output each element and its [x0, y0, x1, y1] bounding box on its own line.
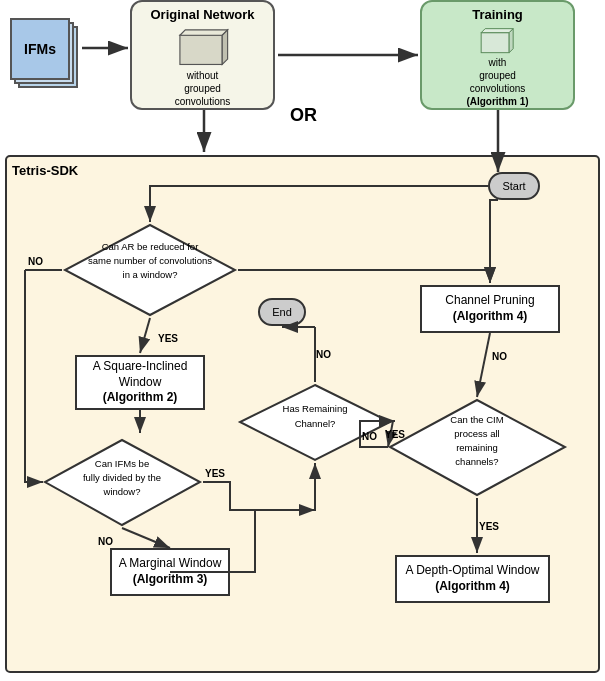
- svg-text:same number of convolutions: same number of convolutions: [88, 255, 212, 266]
- ifms-label: IFMs: [10, 18, 70, 80]
- training-title: Training: [472, 7, 523, 22]
- marginal-window-box: A Marginal Window(Algorithm 3): [110, 548, 230, 596]
- svg-text:Can AR be reduced for: Can AR be reduced for: [102, 241, 199, 252]
- diamond-ar-reduced: Can AR be reduced for same number of con…: [60, 220, 240, 320]
- training-box: Training withgroupedconvolutions(Algorit…: [420, 0, 575, 110]
- start-node: Start: [488, 172, 540, 200]
- svg-marker-4: [481, 29, 513, 33]
- original-network-subtitle: withoutgroupedconvolutions: [175, 69, 231, 108]
- svg-marker-1: [179, 30, 227, 35]
- svg-rect-0: [179, 35, 221, 64]
- svg-text:in a window?: in a window?: [123, 269, 178, 280]
- diamond-cim: Can the CIM process all remaining channe…: [385, 395, 570, 500]
- tetris-sdk-label: Tetris-SDK: [12, 163, 78, 178]
- original-network-title: Original Network: [150, 7, 254, 22]
- diagram-container: IFMs Original Network withoutgroupedconv…: [0, 0, 605, 681]
- or-label: OR: [290, 105, 317, 126]
- depth-optimal-window-box: A Depth-Optimal Window(Algorithm 4): [395, 555, 550, 603]
- training-3d-icon: [465, 26, 530, 54]
- diamond-ifms-divided: Can IFMs be fully divided by the window?: [40, 435, 205, 530]
- svg-text:Can IFMs be: Can IFMs be: [95, 458, 149, 469]
- svg-text:Channel?: Channel?: [295, 418, 336, 429]
- channel-pruning-box: Channel Pruning(Algorithm 4): [420, 285, 560, 333]
- svg-text:remaining: remaining: [456, 442, 498, 453]
- end-node: End: [258, 298, 306, 326]
- svg-text:fully divided by the: fully divided by the: [83, 472, 161, 483]
- svg-rect-3: [481, 33, 509, 53]
- svg-text:Has Remaining: Has Remaining: [283, 403, 348, 414]
- svg-text:Can the CIM: Can the CIM: [450, 414, 503, 425]
- diamond-remaining-channel: Has Remaining Channel?: [235, 380, 395, 465]
- network-3d-icon: [163, 26, 243, 66]
- svg-text:channels?: channels?: [455, 456, 498, 467]
- svg-marker-2: [222, 30, 227, 65]
- svg-text:process all: process all: [454, 428, 499, 439]
- training-subtitle: withgroupedconvolutions(Algorithm 1): [466, 56, 528, 108]
- svg-text:window?: window?: [103, 486, 141, 497]
- svg-marker-5: [509, 29, 513, 53]
- original-network-box: Original Network withoutgroupedconvoluti…: [130, 0, 275, 110]
- square-inclined-window-box: A Square-Inclined Window(Algorithm 2): [75, 355, 205, 410]
